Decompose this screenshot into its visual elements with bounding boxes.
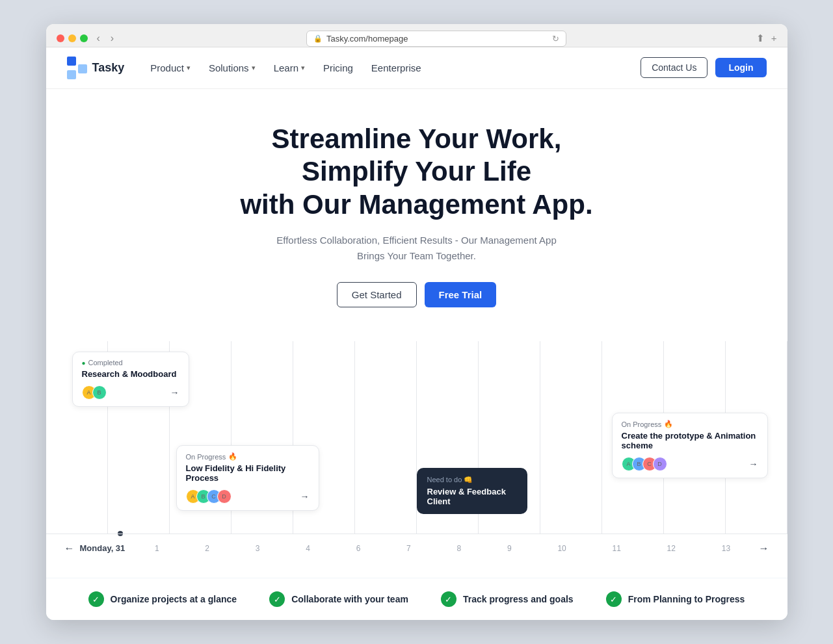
- contact-us-button[interactable]: Contact Us: [641, 57, 707, 78]
- hero-buttons: Get Started Free Trial: [67, 282, 767, 307]
- logo-sq-blue: [67, 57, 76, 66]
- logo-sq-light2: [78, 64, 87, 73]
- task-title2: Low Fidelity & Hi Fidelity Process: [186, 463, 310, 483]
- url-text: Tasky.com/homepage: [326, 34, 408, 44]
- nav-arrows: ‹ ›: [94, 31, 117, 45]
- timeline-num: 7: [406, 544, 411, 553]
- chevron-down-icon3: ▾: [301, 64, 305, 72]
- gantt-container: ● Completed Research & Moodboard A B → O…: [46, 341, 787, 578]
- task-card-research[interactable]: ● Completed Research & Moodboard A B →: [72, 352, 189, 407]
- forward-arrow[interactable]: ›: [108, 31, 116, 45]
- hero-subtitle: Effortless Collaboration, Efficient Resu…: [274, 233, 560, 264]
- gantt-inner: ● Completed Research & Moodboard A B → O…: [46, 341, 787, 562]
- feature-item-4: ✓ From Planning to Progress: [606, 591, 745, 607]
- task-card-prototype[interactable]: On Progress 🔥 Create the prototype & Ani…: [612, 413, 768, 478]
- feature-text-3: Track progress and goals: [463, 594, 574, 604]
- logo-icon: [67, 57, 87, 79]
- share-icon[interactable]: ⬆: [756, 32, 765, 44]
- features-bar: ✓ Organize projects at a glance ✓ Collab…: [46, 578, 787, 620]
- task-footer: A B →: [82, 385, 179, 400]
- chevron-down-icon2: ▾: [252, 64, 256, 72]
- avatars: A B: [82, 385, 103, 400]
- timeline-num: 12: [667, 544, 676, 553]
- feature-text-4: From Planning to Progress: [628, 594, 745, 604]
- task-footer2: A B C D →: [186, 489, 310, 504]
- task-status3: On Progress 🔥: [622, 420, 758, 428]
- feature-text-1: Organize projects at a glance: [111, 594, 237, 604]
- task-status2: On Progress 🔥: [186, 452, 310, 461]
- hero-section: Streamline Your Work, Simplify Your Life…: [46, 89, 787, 341]
- avatar: B: [92, 385, 107, 400]
- timeline-num: 4: [306, 544, 310, 553]
- gantt-col: [355, 341, 417, 534]
- logo-text: Tasky: [92, 61, 125, 75]
- timeline-num: 8: [457, 544, 462, 553]
- task-card-lowfi[interactable]: On Progress 🔥 Low Fidelity & Hi Fidelity…: [176, 445, 319, 511]
- feature-item-1: ✓ Organize projects at a glance: [88, 591, 237, 607]
- timeline-numbers: 1 2 3 4 6 7 8 9 10 11 12 13: [132, 544, 754, 553]
- avatar: D: [217, 489, 231, 504]
- timeline-num: 10: [557, 544, 566, 553]
- timeline-row: ← Monday, 31 1 2 3 4 6 7 8 9 10 11 12 13…: [46, 534, 787, 562]
- feature-text-2: Collaborate with your team: [291, 594, 408, 604]
- timeline-back-button[interactable]: ←: [59, 543, 80, 554]
- dot-red[interactable]: [57, 34, 64, 42]
- nav-learn[interactable]: Learn ▾: [274, 62, 305, 73]
- task-title3: Create the prototype & Animation scheme: [622, 431, 758, 450]
- feature-item-2: ✓ Collaborate with your team: [269, 591, 408, 607]
- task-title: Research & Moodboard: [82, 369, 179, 379]
- check-icon-2: ✓: [269, 591, 285, 607]
- tooltip-status: Need to do 👊: [427, 476, 517, 484]
- browser-chrome: ‹ › 🔒 Tasky.com/homepage ↻ ⬆ +: [46, 24, 787, 47]
- timeline-num: 13: [722, 544, 730, 553]
- timeline-num: 11: [612, 544, 620, 553]
- task-tooltip-review[interactable]: Need to do 👊 Review & Feedback Client: [417, 468, 527, 514]
- hero-title: Streamline Your Work, Simplify Your Life…: [215, 123, 618, 221]
- check-icon-1: ✓: [88, 591, 104, 607]
- nav-links: Product ▾ Solutions ▾ Learn ▾ Pricing Ee…: [150, 62, 641, 73]
- avatars2: A B C D: [186, 489, 228, 504]
- nav-pricing[interactable]: Pricing: [323, 62, 353, 73]
- dot-green[interactable]: [80, 34, 88, 42]
- address-bar[interactable]: 🔒 Tasky.com/homepage ↻: [306, 31, 566, 47]
- navbar: Tasky Product ▾ Solutions ▾ Learn ▾ Pric…: [46, 47, 787, 89]
- nav-solutions[interactable]: Solutions ▾: [209, 62, 256, 73]
- nav-product[interactable]: Product ▾: [150, 62, 191, 73]
- dot-yellow[interactable]: [68, 34, 76, 42]
- check-icon-4: ✓: [606, 591, 622, 607]
- timeline-forward-button[interactable]: →: [754, 543, 774, 554]
- free-trial-button[interactable]: Free Trial: [425, 282, 497, 307]
- logo-sq-light: [67, 70, 76, 79]
- timeline-date-label: Monday, 31: [80, 543, 132, 553]
- timeline-num: 6: [356, 544, 361, 553]
- task-arrow-button[interactable]: →: [170, 387, 179, 398]
- get-started-button[interactable]: Get Started: [337, 282, 417, 307]
- chevron-down-icon: ▾: [187, 64, 191, 72]
- lock-icon: 🔒: [313, 34, 323, 43]
- timeline-num: 9: [507, 544, 512, 553]
- browser-actions: ⬆ +: [756, 32, 777, 44]
- task-arrow-button3[interactable]: →: [749, 459, 758, 469]
- browser-dots: [57, 34, 88, 42]
- new-tab-icon[interactable]: +: [771, 32, 777, 44]
- gantt-col: [540, 341, 602, 534]
- timeline-num: 2: [205, 544, 209, 553]
- timeline-num: 3: [256, 544, 260, 553]
- avatar: D: [653, 457, 667, 471]
- timeline-num: 1: [155, 544, 159, 553]
- task-arrow-button2[interactable]: →: [300, 491, 310, 502]
- login-button[interactable]: Login: [715, 58, 766, 77]
- avatars3: A B C D: [622, 457, 663, 471]
- tooltip-title: Review & Feedback Client: [427, 487, 517, 506]
- back-arrow[interactable]: ‹: [94, 31, 103, 45]
- task-footer3: A B C D →: [622, 457, 758, 471]
- logo[interactable]: Tasky: [67, 57, 125, 79]
- check-icon-3: ✓: [441, 591, 456, 607]
- nav-actions: Contact Us Login: [641, 57, 766, 78]
- browser-window: ‹ › 🔒 Tasky.com/homepage ↻ ⬆ +: [46, 24, 787, 620]
- nav-enterprise[interactable]: Eenterprise: [371, 62, 421, 73]
- task-status: ● Completed: [82, 359, 179, 367]
- feature-item-3: ✓ Track progress and goals: [441, 591, 574, 607]
- reload-icon[interactable]: ↻: [552, 34, 559, 44]
